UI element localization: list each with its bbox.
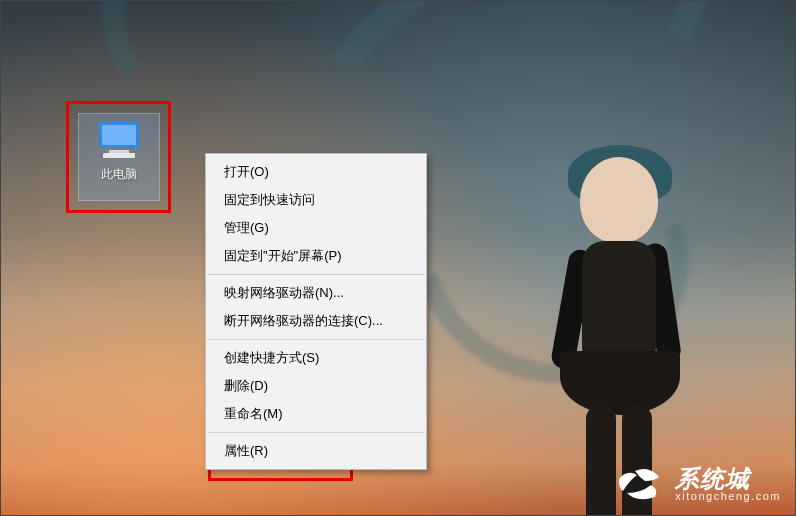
- wallpaper-figure: [490, 45, 730, 515]
- watermark-logo-icon: [615, 463, 665, 505]
- menu-item-pin-start[interactable]: 固定到"开始"屏幕(P): [206, 242, 426, 270]
- menu-item-manage[interactable]: 管理(G): [206, 214, 426, 242]
- menu-item-map-network-drive[interactable]: 映射网络驱动器(N)...: [206, 279, 426, 307]
- menu-item-delete[interactable]: 删除(D): [206, 372, 426, 400]
- context-menu: 打开(O) 固定到快速访问 管理(G) 固定到"开始"屏幕(P) 映射网络驱动器…: [205, 153, 427, 470]
- menu-item-properties[interactable]: 属性(R): [206, 437, 426, 465]
- menu-separator: [207, 339, 425, 340]
- menu-item-rename[interactable]: 重命名(M): [206, 400, 426, 428]
- watermark: 系统城 xitongcheng.com: [615, 463, 781, 505]
- menu-item-disconnect-network-drive[interactable]: 断开网络驱动器的连接(C)...: [206, 307, 426, 335]
- svg-rect-2: [109, 150, 129, 153]
- menu-separator: [207, 274, 425, 275]
- menu-separator: [207, 432, 425, 433]
- desktop-icon-label: 此电脑: [101, 166, 137, 183]
- desktop-icon-this-pc[interactable]: 此电脑: [79, 114, 159, 200]
- watermark-title: 系统城: [675, 466, 781, 491]
- watermark-url: xitongcheng.com: [675, 491, 781, 503]
- menu-item-pin-quick-access[interactable]: 固定到快速访问: [206, 186, 426, 214]
- menu-item-open[interactable]: 打开(O): [206, 158, 426, 186]
- svg-rect-3: [103, 153, 135, 158]
- computer-icon: [95, 120, 143, 160]
- menu-item-create-shortcut[interactable]: 创建快捷方式(S): [206, 344, 426, 372]
- svg-rect-1: [102, 125, 136, 145]
